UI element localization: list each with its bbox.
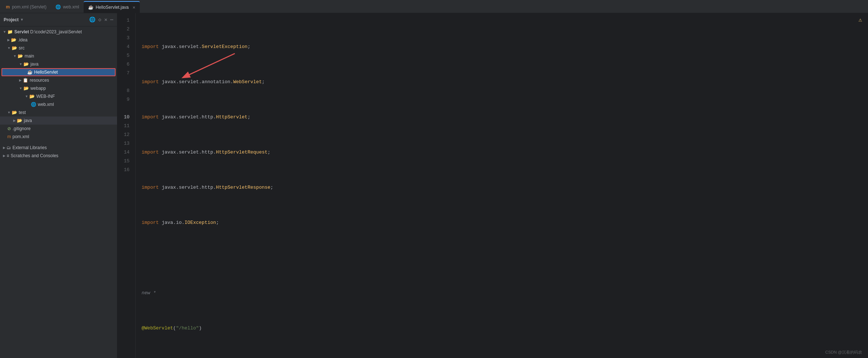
- string-hello: "/hello": [176, 324, 199, 333]
- source-folder-icon: 📂: [23, 62, 29, 67]
- tree-label-resources: resources: [30, 78, 49, 83]
- sidebar-item-helloservlet[interactable]: ☕ HelloServlet: [1, 68, 116, 76]
- close-icon[interactable]: ✕: [132, 5, 135, 10]
- tree-label-webinf: WEB-INF: [36, 94, 55, 99]
- ln-14: 14: [117, 148, 132, 157]
- tab-pom-label: pom.xml (Servlet): [12, 4, 47, 10]
- sidebar-item-scratches[interactable]: ▶ ≡ Scratches and Consoles: [0, 152, 117, 160]
- kw-import: import: [142, 218, 159, 227]
- tree-label-gitignore: .gitignore: [12, 126, 30, 131]
- code-line-1: import javax.servlet.ServletException;: [142, 43, 868, 51]
- tree-label-helloservlet: HelloServlet: [34, 70, 58, 75]
- expand-icon: ▶: [3, 146, 6, 150]
- resources-icon: 📋: [23, 78, 28, 83]
- ln-9: 9: [117, 95, 132, 104]
- tab-hello[interactable]: ☕ HelloServlet.java ✕: [84, 1, 140, 13]
- ln-13: 13: [117, 139, 132, 148]
- ln-1: 1: [117, 16, 132, 25]
- semicolon: ;: [248, 113, 251, 122]
- expand-icon: ▼: [7, 46, 11, 50]
- sidebar-item-webxml[interactable]: 🌐 web.xml: [0, 100, 117, 108]
- classname: HttpServlet: [216, 113, 248, 122]
- folder-icon: 📂: [17, 118, 22, 123]
- ln-5: 5: [117, 51, 132, 60]
- ln-12: 12: [117, 130, 132, 139]
- sidebar-item-test[interactable]: ▼ 📂 test: [0, 108, 117, 117]
- code-container: 1 2 3 4 5 6 7 - 8 9 - 10 11 12 13 14 15 …: [117, 13, 868, 358]
- annotation-webservlet: @WebServlet: [142, 324, 173, 333]
- expand-icon: ▶: [13, 119, 16, 122]
- sidebar-item-gitignore[interactable]: ⊘ .gitignore: [0, 125, 117, 133]
- sidebar-item-src[interactable]: ▼ 📂 src: [0, 44, 117, 52]
- hint-new: new *: [142, 289, 156, 298]
- code-line-7: [142, 254, 868, 262]
- sidebar-item-pomxml[interactable]: m pom.xml: [0, 133, 117, 141]
- paren-close: ): [199, 324, 202, 333]
- expand-icon: ▼: [7, 111, 11, 114]
- ln-3: 3: [117, 34, 132, 43]
- java-icon: ☕: [88, 5, 94, 10]
- folder-icon: 📂: [18, 53, 23, 59]
- folder-icon: 📂: [29, 94, 35, 99]
- pin-icon[interactable]: ◇: [98, 16, 101, 23]
- sidebar-title: Project ▼: [4, 17, 24, 22]
- chevron-down-icon: ▼: [20, 18, 24, 22]
- semicolon: ;: [262, 78, 265, 86]
- sidebar-item-java-main[interactable]: ▼ 📂 java: [0, 60, 117, 68]
- tree-label-main: main: [25, 53, 34, 59]
- ln-6: 6: [117, 60, 132, 69]
- classname: HttpServletRequest: [216, 148, 267, 157]
- ln-16: 16: [117, 166, 132, 174]
- code-editor[interactable]: import javax.servlet.ServletException; i…: [136, 13, 868, 358]
- tree-label-webxml: web.xml: [38, 102, 54, 107]
- tree-label-webapp: webapp: [30, 86, 46, 91]
- code-line-5: import javax.servlet.http.HttpServletRes…: [142, 183, 868, 192]
- classname: WebServlet: [233, 78, 262, 86]
- classname: HttpServletResponse: [216, 183, 270, 192]
- tab-hello-label: HelloServlet.java: [96, 5, 129, 10]
- paren-open: (: [173, 324, 176, 333]
- sidebar-item-servlet-root[interactable]: ▼ 📁 Servlet D:\code\2023_java\Servlet: [0, 28, 117, 36]
- tree-label-scratches: Scratches and Consoles: [11, 153, 58, 158]
- gear-icon[interactable]: ⋯: [110, 16, 113, 23]
- close-sidebar-icon[interactable]: ✕: [104, 16, 107, 23]
- sidebar-item-webinf[interactable]: ▼ 📂 WEB-INF: [0, 92, 117, 100]
- tree-label-idea: .idea: [18, 37, 28, 43]
- kw-import: import: [142, 113, 159, 122]
- tree-label-external-libs: External Libraries: [12, 145, 47, 150]
- semicolon: ;: [270, 183, 273, 192]
- ln-2: 2: [117, 25, 132, 34]
- ln-7: 7: [117, 69, 132, 78]
- pkg: java.io.: [162, 218, 185, 227]
- sidebar-item-webapp[interactable]: ▼ 📂 webapp: [0, 84, 117, 92]
- code-line-3: import javax.servlet.http.HttpServlet;: [142, 113, 868, 122]
- folder-icon: 📂: [11, 37, 17, 43]
- kw-import: import: [142, 43, 159, 51]
- pkg: javax.servlet.http.: [162, 148, 216, 157]
- tree-label-java-test: java: [24, 118, 32, 123]
- ln-hint2: -: [117, 104, 132, 113]
- tab-web[interactable]: 🌐 web.xml: [51, 1, 84, 13]
- ln-11: 11: [117, 122, 132, 130]
- ln-15: 15: [117, 157, 132, 166]
- sidebar-actions: 🌐 ◇ ✕ ⋯: [89, 16, 113, 23]
- code-line-2: import javax.servlet.annotation.WebServl…: [142, 78, 868, 86]
- project-icon: 📁: [7, 29, 13, 34]
- earth-icon[interactable]: 🌐: [89, 16, 95, 23]
- sidebar-item-external-libs[interactable]: ▶ 🗂 External Libraries: [0, 144, 117, 152]
- sidebar-item-idea[interactable]: ▶ 📂 .idea: [0, 36, 117, 44]
- line-numbers: 1 2 3 4 5 6 7 - 8 9 - 10 11 12 13 14 15 …: [117, 13, 136, 358]
- pkg: javax.servlet.annotation.: [162, 78, 233, 86]
- watermark-text: CSDN @沉着的码农: [825, 350, 862, 354]
- tree-label-java-main: java: [30, 62, 39, 67]
- classname: IOException: [185, 218, 216, 227]
- main-area: Project ▼ 🌐 ◇ ✕ ⋯ ▼ 📁 Servlet D:\code\20…: [0, 13, 868, 358]
- sidebar-item-resources[interactable]: ▶ 📋 resources: [0, 76, 117, 84]
- sidebar-item-java-test[interactable]: ▶ 📂 java: [0, 117, 117, 125]
- java-class-icon: ☕: [27, 70, 33, 75]
- tab-pom[interactable]: m pom.xml (Servlet): [1, 1, 51, 13]
- pom-icon: m: [7, 134, 11, 139]
- tab-bar: m pom.xml (Servlet) 🌐 web.xml ☕ HelloSer…: [0, 0, 868, 13]
- kw-import: import: [142, 148, 159, 157]
- sidebar-item-main[interactable]: ▼ 📂 main: [0, 52, 117, 60]
